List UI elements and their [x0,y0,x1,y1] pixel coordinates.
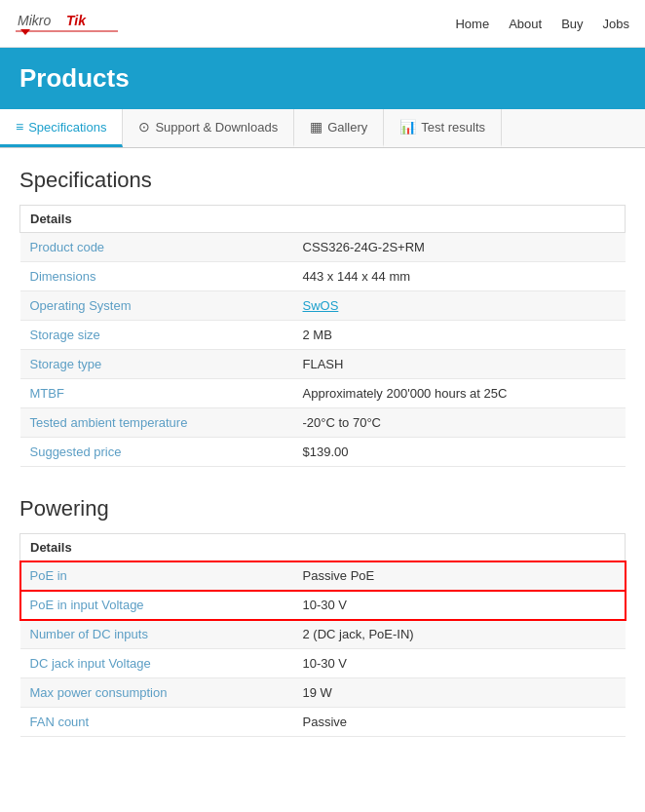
specs-icon: ≡ [16,119,23,135]
main-nav: Home About Buy Jobs [455,17,629,31]
spec-value: CSS326-24G-2S+RM [293,233,626,262]
svg-text:Tik: Tik [66,13,87,28]
table-row: Suggested price $139.00 [20,438,626,467]
spec-label: MTBF [20,379,293,408]
poe-in-label: PoE in [20,561,293,591]
spec-label: Tested ambient temperature [20,408,293,438]
spec-value: FLASH [293,350,626,379]
fan-count-label: FAN count [20,708,293,737]
logo-svg: Mikro Tik [16,8,123,39]
dc-inputs-value: 2 (DC jack, PoE-IN) [293,620,626,649]
spec-value: 443 x 144 x 44 mm [293,262,626,291]
banner-title: Products [19,63,130,94]
tab-specifications[interactable]: ≡ Specifications [0,109,123,147]
powering-title: Powering [19,496,626,522]
table-row: FAN count Passive [20,708,626,737]
dc-inputs-label: Number of DC inputs [20,620,293,649]
spec-label: Storage type [20,350,293,379]
spec-details-header-row: Details [20,206,626,233]
tab-support-downloads[interactable]: ⊙ Support & Downloads [123,109,294,147]
spec-label: Dimensions [20,262,293,291]
tabs-container: ≡ Specifications ⊙ Support & Downloads ▦… [0,109,645,148]
spec-value: 2 MB [293,321,626,350]
specifications-title: Specifications [19,168,626,193]
gallery-icon: ▦ [310,119,322,135]
powering-details-header: Details [20,534,626,561]
spec-value: $139.00 [293,438,626,467]
nav-buy[interactable]: Buy [561,17,583,31]
poe-voltage-value: 10-30 V [293,591,626,620]
spec-label: Suggested price [20,438,293,467]
support-icon: ⊙ [138,119,150,135]
poe-voltage-label: PoE in input Voltage [20,591,293,620]
table-row: Operating System SwOS [20,291,626,321]
products-banner: Products [0,48,645,109]
powering-table: Details PoE in Passive PoE PoE in input … [19,533,626,737]
spec-label: Product code [20,233,293,262]
poe-in-value: Passive PoE [293,561,626,591]
spec-value: SwOS [293,291,626,321]
table-row: Tested ambient temperature -20°C to 70°C [20,408,626,438]
specifications-table: Details Product code CSS326-24G-2S+RM Di… [19,205,626,467]
table-row: PoE in Passive PoE [20,561,626,591]
swos-link[interactable]: SwOS [303,298,339,313]
powering-details-header-row: Details [20,534,626,561]
tab-test-results[interactable]: 📊 Test results [384,109,502,147]
table-row: Storage size 2 MB [20,321,626,350]
dc-voltage-label: DC jack input Voltage [20,649,293,678]
nav-home[interactable]: Home [455,17,489,31]
dc-voltage-value: 10-30 V [293,649,626,678]
max-power-value: 19 W [293,678,626,708]
table-row: MTBF Approximately 200'000 hours at 25C [20,379,626,408]
spec-value: Approximately 200'000 hours at 25C [293,379,626,408]
table-row: Dimensions 443 x 144 x 44 mm [20,262,626,291]
nav-jobs[interactable]: Jobs [603,17,629,31]
spec-label: Operating System [20,291,293,321]
logo: Mikro Tik [16,8,123,39]
table-row: DC jack input Voltage 10-30 V [20,649,626,678]
spec-value: -20°C to 70°C [293,408,626,438]
header: Mikro Tik Home About Buy Jobs [0,0,645,48]
svg-text:Mikro: Mikro [18,13,51,28]
spec-label: Storage size [20,321,293,350]
table-row: Number of DC inputs 2 (DC jack, PoE-IN) [20,620,626,649]
table-row: Max power consumption 19 W [20,678,626,708]
table-row: Product code CSS326-24G-2S+RM [20,233,626,262]
max-power-label: Max power consumption [20,678,293,708]
fan-count-value: Passive [293,708,626,737]
spec-details-header: Details [20,206,626,233]
main-content: Specifications Details Product code CSS3… [0,148,645,786]
nav-about[interactable]: About [509,17,542,31]
table-row: Storage type FLASH [20,350,626,379]
tab-gallery[interactable]: ▦ Gallery [294,109,384,147]
svg-marker-2 [20,29,30,35]
chart-icon: 📊 [399,119,416,135]
table-row: PoE in input Voltage 10-30 V [20,591,626,620]
